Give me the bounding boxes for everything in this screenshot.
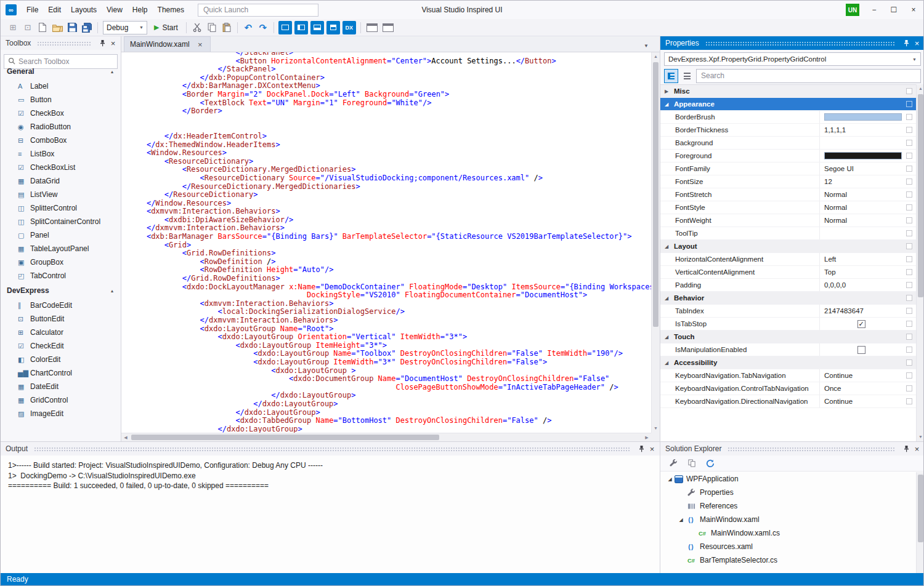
tree-expander-icon[interactable]: ◢ [676,517,686,523]
toolbox-item-button[interactable]: ▭Button [1,93,121,106]
close-icon[interactable]: × [108,38,118,49]
toolbox-item-buttonedit[interactable]: ⊡ButtonEdit [1,312,121,326]
new-file-icon[interactable] [36,21,49,34]
code-editor[interactable]: </StackPanel> <Button HorizontalContentA… [121,52,651,433]
devexpress-logo-icon[interactable]: DX [342,21,356,34]
checkbox[interactable]: ✓ [857,320,865,328]
close-icon[interactable]: × [912,444,922,454]
pin-icon[interactable] [97,38,108,49]
property-row-padding[interactable]: Padding0,0,0,0 [660,279,917,292]
scrollbar-thumb[interactable] [918,475,923,542]
maximize-button[interactable]: ☐ [884,1,904,19]
scrollbar-thumb[interactable] [131,435,439,440]
toolbox-item-groupbox[interactable]: ▣GroupBox [1,255,121,269]
tab-mainwindow-xaml[interactable]: MainWindow.xaml × [124,36,211,52]
show-all-files-icon[interactable] [686,458,697,469]
start-button[interactable]: ▶ Start [149,21,183,34]
property-row-foreground[interactable]: Foreground [660,150,917,163]
toolbox-item-calculator[interactable]: ⊞Calculator [1,326,121,339]
scroll-left-icon[interactable]: ◀ [121,433,130,442]
property-row-istabstop[interactable]: IsTabStop✓ [660,318,917,331]
paste-icon[interactable] [220,21,233,34]
tabbed-view-icon[interactable] [326,21,340,34]
property-row-borderthickness[interactable]: BorderThickness1,1,1,1 [660,124,917,137]
tree-expander-icon[interactable]: ◢ [665,476,675,482]
property-category-behavior[interactable]: ◢Behavior [660,292,917,305]
property-search-input[interactable] [696,69,921,83]
property-category-touch[interactable]: ◢Touch [660,331,917,343]
cut-icon[interactable] [190,21,204,34]
tab-list-dropdown-icon[interactable]: ▼ [644,43,649,49]
scroll-up-icon[interactable]: ▲ [917,84,924,93]
property-row-tabindex[interactable]: TabIndex2147483647 [660,305,917,318]
add-item-icon[interactable]: ⊞ [6,21,20,34]
add-form-icon[interactable]: ⊡ [21,21,34,34]
tree-item-mainwindow-xaml-cs[interactable]: C#MainWindow.xaml.cs [660,526,916,540]
scroll-right-icon[interactable]: ▶ [642,433,651,442]
toolbox-item-imageedit[interactable]: ▨ImageEdit [1,407,121,420]
property-row-verticalcontentalignment[interactable]: VerticalContentAlignmentTop [660,266,917,279]
solution-scrollbar[interactable] [916,472,924,573]
toolbox-item-splittercontrol[interactable]: ◫SplitterControl [1,201,121,215]
alphabetical-view-button[interactable] [680,69,694,83]
toolbox-item-listview[interactable]: ▤ListView [1,188,121,201]
selected-object-combo[interactable]: DevExpress.Xpf.PropertyGrid.PropertyGrid… [664,52,921,66]
toolbox-item-dateedit[interactable]: ▦DateEdit [1,380,121,393]
toolbox-item-combobox[interactable]: ⊟ComboBox [1,134,121,147]
user-badge[interactable]: UN [846,4,859,16]
editor-horizontal-scrollbar[interactable]: ◀ ▶ [121,433,651,441]
toolbox-item-tablelayoutpanel[interactable]: ▦TableLayoutPanel [1,242,121,255]
tree-item-wpfapplication[interactable]: ◢WPFApplication [660,472,916,486]
property-category-appearance[interactable]: ◢Appearance [660,98,917,111]
editor-vertical-scrollbar[interactable]: ▲ ▼ [651,52,660,433]
toolbox-item-coloredit[interactable]: ◧ColorEdit [1,353,121,366]
property-category-accessibility[interactable]: ◢Accessibility [660,356,917,369]
property-row-horizontalcontentalignment[interactable]: HorizontalContentAlignmentLeft [660,253,917,266]
menu-layouts[interactable]: Layouts [66,2,102,17]
menu-help[interactable]: Help [128,2,153,17]
property-category-layout[interactable]: ◢Layout [660,240,917,253]
property-row-borderbrush[interactable]: BorderBrush [660,111,917,124]
menu-edit[interactable]: Edit [43,2,66,17]
pin-icon[interactable] [636,444,647,454]
properties-wrench-icon[interactable] [668,458,679,469]
save-all-icon[interactable] [80,21,94,34]
menu-file[interactable]: File [22,2,43,17]
redo-icon[interactable]: ↷ [256,21,270,34]
toolbox-header[interactable]: Toolbox × [1,36,121,50]
toolbox-item-datagrid[interactable]: ▦DataGrid [1,174,121,188]
tab-close-icon[interactable]: × [196,40,205,49]
tree-item-references[interactable]: References [660,499,916,513]
property-row-fontstyle[interactable]: FontStyleNormal [660,201,917,214]
pin-panel-icon[interactable] [310,21,324,34]
tree-item-bartemplateselector-cs[interactable]: C#BarTemplateSelector.cs [660,553,916,567]
property-row-background[interactable]: Background [660,137,917,150]
property-row-tooltip[interactable]: ToolTip [660,227,917,240]
toolbox-section-general[interactable]: General▴ [1,63,121,79]
property-row-keyboardnavigation-tabnavigation[interactable]: KeyboardNavigation.TabNavigationContinue [660,369,917,382]
tree-item-resources-xaml[interactable]: ()Resources.xaml [660,540,916,553]
open-folder-icon[interactable] [51,21,64,34]
toolbox-item-barcodeedit[interactable]: ∥BarCodeEdit [1,299,121,312]
toolbox-item-label[interactable]: ALabel [1,79,121,93]
undo-icon[interactable]: ↶ [241,21,255,34]
debug-config-combo[interactable]: Debug ▼ [103,21,147,34]
toolbox-section-devexpress[interactable]: DevExpress▴ [1,283,121,299]
property-row-fontsize[interactable]: FontSize12 [660,175,917,188]
property-category-misc[interactable]: ▶Misc [660,85,917,98]
toolbox-item-chartcontrol[interactable]: ▅▇ChartControl [1,366,121,380]
toolbox-item-splitcontainercontrol[interactable]: ◫SplitContainerControl [1,215,121,228]
checkbox[interactable] [857,346,865,354]
solution-explorer-header[interactable]: Solution Explorer × [660,442,924,456]
minimize-button[interactable]: − [864,1,884,19]
properties-header[interactable]: Properties × [660,36,924,50]
toolbox-item-tabcontrol[interactable]: ◰TabControl [1,269,121,283]
scrollbar-thumb[interactable] [653,62,659,327]
property-row-keyboardnavigation-directionalnavigation[interactable]: KeyboardNavigation.DirectionalNavigation… [660,395,917,408]
tree-item-properties[interactable]: Properties [660,486,916,499]
toolbox-item-checkbox[interactable]: ☑CheckBox [1,106,121,120]
toolbox-item-panel[interactable]: ▢Panel [1,228,121,242]
close-icon[interactable]: × [912,38,922,49]
close-button[interactable]: × [904,1,923,19]
categorized-view-button[interactable] [664,69,678,83]
